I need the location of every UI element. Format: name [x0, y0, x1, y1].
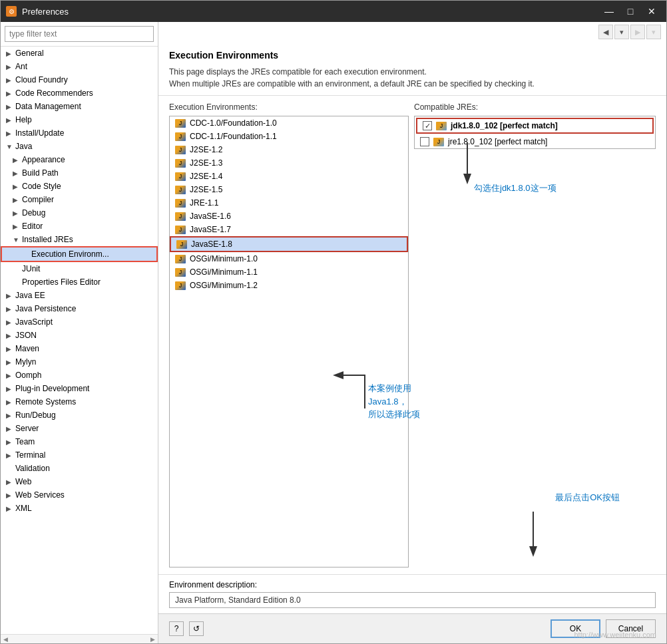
- close-button[interactable]: ✕: [642, 4, 661, 19]
- back-dropdown[interactable]: ▾: [614, 25, 629, 39]
- sidebar-item-editor[interactable]: ▶ Editor: [1, 220, 158, 233]
- list-item-javase18[interactable]: J JavaSE-1.8: [170, 236, 408, 252]
- maximize-button[interactable]: □: [621, 4, 640, 19]
- sidebar-item-cloud-foundry[interactable]: ▶ Cloud Foundry: [1, 73, 158, 86]
- forward-button[interactable]: ▶: [630, 25, 645, 39]
- list-item[interactable]: J JRE-1.1: [170, 196, 408, 210]
- list-item[interactable]: J OSGi/Minimum-1.2: [170, 279, 408, 292]
- env-description-section: Environment description: Java Platform, …: [158, 574, 666, 613]
- env-icon: J: [175, 255, 186, 263]
- list-item[interactable]: J JavaSE-1.7: [170, 223, 408, 236]
- sidebar-item-web[interactable]: ▶ Web: [1, 475, 158, 488]
- sidebar-item-web-services[interactable]: ▶ Web Services: [1, 488, 158, 502]
- chevron-icon: ▶: [13, 170, 19, 177]
- sidebar-item-team[interactable]: ▶ Team: [1, 435, 158, 448]
- sidebar-item-properties-files[interactable]: Properties Files Editor: [1, 275, 158, 289]
- restore-defaults-button[interactable]: ↺: [189, 621, 204, 636]
- minimize-button[interactable]: —: [600, 4, 618, 19]
- sidebar-item-label: Compiler: [22, 195, 54, 204]
- sidebar-item-label: Web: [15, 477, 31, 486]
- env-icon: J: [175, 146, 186, 154]
- sidebar-item-label: JSON: [15, 331, 37, 340]
- sidebar-item-label: Terminal: [15, 450, 45, 460]
- sidebar-item-build-path[interactable]: ▶ Build Path: [1, 166, 158, 180]
- search-input[interactable]: [5, 26, 154, 42]
- sidebar-item-oomph[interactable]: ▶ Oomph: [1, 369, 158, 382]
- env-desc-value: Java Platform, Standard Edition 8.0: [169, 592, 656, 608]
- sidebar-item-label: Appearance: [22, 155, 65, 164]
- chevron-icon: ▶: [6, 319, 13, 326]
- sidebar-item-java-persistence[interactable]: ▶ Java Persistence: [1, 302, 158, 315]
- sidebar-item-maven[interactable]: ▶ Maven: [1, 342, 158, 355]
- sidebar-item-data-management[interactable]: ▶ Data Management: [1, 100, 158, 113]
- sidebar-item-execution-env[interactable]: Execution Environm...: [1, 246, 158, 262]
- sidebar-item-debug[interactable]: ▶ Debug: [1, 206, 158, 220]
- sidebar-item-remote-systems[interactable]: ▶ Remote Systems: [1, 395, 158, 408]
- chevron-icon: ▶: [6, 332, 13, 339]
- env-icon: J: [175, 159, 186, 168]
- sidebar-item-installed-jres[interactable]: ▼ Installed JREs: [1, 233, 158, 246]
- sidebar-item-label: Java: [15, 142, 32, 151]
- sidebar-item-mylyn[interactable]: ▶ Mylyn: [1, 355, 158, 369]
- list-item[interactable]: J J2SE-1.5: [170, 183, 408, 196]
- sidebar-item-general[interactable]: ▶ General: [1, 47, 158, 60]
- chevron-icon: ▶: [6, 292, 13, 299]
- execution-environments-list: J CDC-1.0/Foundation-1.0 J CDC-1.1/Found…: [169, 116, 409, 567]
- env-label: JavaSE-1.8: [191, 240, 232, 249]
- sidebar-item-compiler[interactable]: ▶ Compiler: [1, 193, 158, 206]
- sidebar-item-label: JUnit: [22, 264, 40, 273]
- list-item[interactable]: J J2SE-1.2: [170, 143, 408, 156]
- sidebar-scrollbar[interactable]: ◀ ▶: [1, 634, 158, 643]
- sidebar-item-server[interactable]: ▶ Server: [1, 422, 158, 435]
- app-icon: ⚙: [6, 6, 17, 17]
- sidebar-item-code-recommenders[interactable]: ▶ Code Recommenders: [1, 86, 158, 100]
- sidebar-item-json[interactable]: ▶ JSON: [1, 329, 158, 342]
- chevron-icon: ▶: [13, 196, 19, 204]
- sidebar-item-run-debug[interactable]: ▶ Run/Debug: [1, 408, 158, 422]
- sidebar-item-plugin-dev[interactable]: ▶ Plug-in Development: [1, 382, 158, 395]
- list-item[interactable]: J OSGi/Minimum-1.0: [170, 252, 408, 265]
- sidebar-item-label: Server: [15, 424, 39, 433]
- env-label: J2SE-1.2: [190, 145, 222, 154]
- sidebar-item-code-style[interactable]: ▶ Code Style: [1, 180, 158, 193]
- list-item[interactable]: J J2SE-1.3: [170, 156, 408, 170]
- sidebar-item-terminal[interactable]: ▶ Terminal: [1, 448, 158, 462]
- forward-dropdown[interactable]: ▾: [646, 25, 661, 39]
- env-label: OSGi/Minimum-1.0: [190, 254, 258, 263]
- sidebar-item-ant[interactable]: ▶ Ant: [1, 60, 158, 73]
- sidebar-item-appearance[interactable]: ▶ Appearance: [1, 153, 158, 166]
- sidebar-item-install-update[interactable]: ▶ Install/Update: [1, 126, 158, 140]
- chevron-icon: ▶: [6, 492, 13, 499]
- sidebar-item-junit[interactable]: JUnit: [1, 262, 158, 275]
- env-icon: J: [176, 240, 187, 249]
- list-item[interactable]: J JavaSE-1.6: [170, 210, 408, 223]
- header-nav: ◀ ▾ ▶ ▾: [158, 22, 666, 42]
- jre-checkbox-jdk[interactable]: [423, 121, 432, 130]
- sidebar-item-validation[interactable]: Validation: [1, 462, 158, 475]
- back-button[interactable]: ◀: [598, 25, 613, 39]
- sidebar-item-xml[interactable]: ▶ XML: [1, 502, 158, 515]
- env-label: JavaSE-1.6: [190, 212, 231, 221]
- sidebar-item-label: Editor: [22, 222, 43, 231]
- env-label: J2SE-1.3: [190, 158, 222, 168]
- jre-list-label: Compatible JREs:: [414, 102, 656, 112]
- sidebar-item-label: Plug-in Development: [15, 384, 89, 393]
- list-item[interactable]: J J2SE-1.4: [170, 170, 408, 183]
- jre-item-jdk[interactable]: J jdk1.8.0_102 [perfect match]: [416, 118, 654, 134]
- sidebar-item-label: JavaScript: [15, 317, 53, 327]
- watermark: http://www.weiitenku.com: [574, 631, 657, 639]
- jre-item-jre[interactable]: J jre1.8.0_102 [perfect match]: [415, 135, 655, 148]
- sidebar-item-label: Validation: [15, 464, 50, 473]
- sidebar-item-label: Ant: [15, 62, 27, 71]
- list-item[interactable]: J CDC-1.0/Foundation-1.0: [170, 116, 408, 130]
- sidebar-item-javascript[interactable]: ▶ JavaScript: [1, 315, 158, 329]
- sidebar-item-label: Team: [15, 437, 35, 446]
- sidebar-item-java-ee[interactable]: ▶ Java EE: [1, 289, 158, 302]
- sidebar-item-java[interactable]: ▼ Java: [1, 140, 158, 153]
- list-item[interactable]: J CDC-1.1/Foundation-1.1: [170, 130, 408, 143]
- sidebar-item-label: Code Style: [22, 182, 61, 191]
- help-button[interactable]: ?: [169, 621, 184, 636]
- list-item[interactable]: J OSGi/Minimum-1.1: [170, 265, 408, 279]
- sidebar-item-help[interactable]: ▶ Help: [1, 113, 158, 126]
- jre-checkbox-jre[interactable]: [420, 137, 429, 146]
